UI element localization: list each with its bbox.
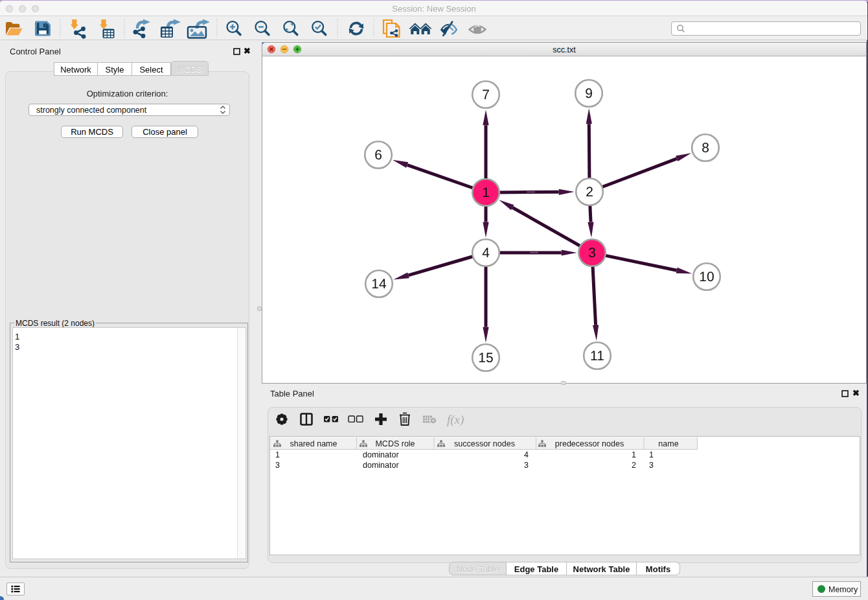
svg-text:9: 9 bbox=[585, 86, 593, 101]
svg-text:shared name: shared name bbox=[290, 439, 337, 448]
svg-text:10: 10 bbox=[699, 270, 714, 284]
svg-text:f(x): f(x) bbox=[447, 413, 464, 427]
svg-text:name: name bbox=[658, 439, 678, 448]
svg-text:15: 15 bbox=[478, 351, 493, 365]
svg-text:successor nodes: successor nodes bbox=[454, 439, 515, 448]
svg-text:8: 8 bbox=[702, 141, 709, 156]
svg-text:4: 4 bbox=[482, 246, 490, 260]
svg-text:1: 1 bbox=[482, 185, 490, 200]
svg-text:11: 11 bbox=[590, 349, 604, 363]
svg-text:2: 2 bbox=[586, 185, 593, 200]
svg-text:MCDS role: MCDS role bbox=[375, 439, 415, 448]
svg-text:3: 3 bbox=[588, 246, 596, 260]
svg-text:predecessor nodes: predecessor nodes bbox=[555, 439, 624, 448]
svg-text:6: 6 bbox=[374, 148, 382, 163]
svg-text:14: 14 bbox=[371, 277, 387, 292]
svg-text:7: 7 bbox=[482, 87, 490, 102]
